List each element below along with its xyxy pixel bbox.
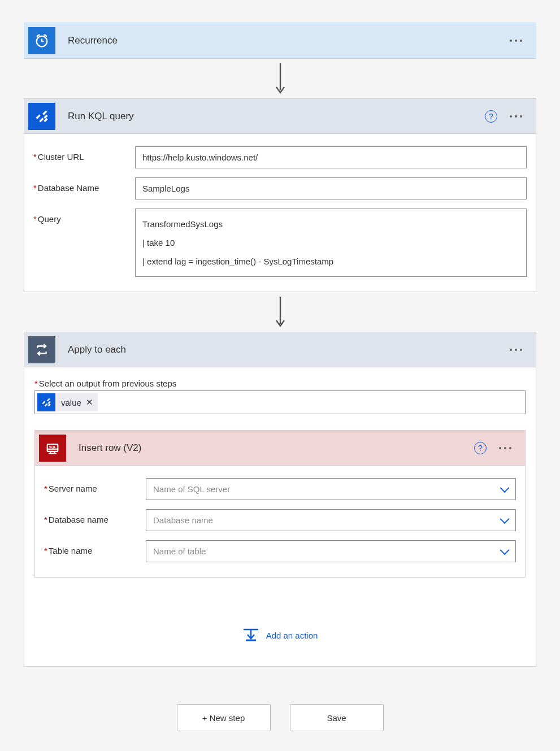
token-remove-icon[interactable]: ✕ bbox=[86, 397, 93, 407]
sql-database-select[interactable]: Database name bbox=[146, 509, 516, 531]
loop-icon bbox=[28, 336, 55, 363]
sql-body: *Server name Name of SQL server *Databas… bbox=[35, 466, 525, 577]
add-action-label: Add an action bbox=[266, 631, 318, 640]
recurrence-title: Recurrence bbox=[55, 35, 509, 46]
cluster-url-label: *Cluster URL bbox=[33, 146, 135, 162]
sql-icon: SQL bbox=[39, 435, 66, 462]
clock-icon bbox=[28, 27, 55, 54]
kql-database-input[interactable] bbox=[135, 177, 527, 199]
apply-header[interactable]: Apply to each bbox=[24, 332, 536, 367]
svg-text:SQL: SQL bbox=[49, 445, 57, 449]
more-icon[interactable] bbox=[509, 345, 523, 354]
table-name-label: *Table name bbox=[44, 540, 146, 555]
arrow-connector bbox=[24, 59, 536, 98]
kusto-icon bbox=[37, 393, 55, 411]
arrow-connector bbox=[24, 292, 536, 332]
table-name-select[interactable]: Name of table bbox=[146, 540, 516, 562]
more-icon[interactable] bbox=[498, 444, 513, 453]
sql-title: Insert row (V2) bbox=[66, 442, 474, 454]
help-icon[interactable]: ? bbox=[485, 110, 497, 123]
help-icon[interactable]: ? bbox=[474, 442, 487, 454]
kql-body: *Cluster URL *Database Name *Query Trans… bbox=[24, 134, 536, 292]
sql-database-label: *Database name bbox=[44, 509, 146, 524]
apply-body: *Select an output from previous steps va… bbox=[24, 367, 536, 666]
sql-header[interactable]: SQL Insert row (V2) ? bbox=[35, 431, 525, 466]
add-action-icon bbox=[242, 627, 259, 644]
recurrence-card: Recurrence bbox=[24, 23, 536, 59]
apply-title: Apply to each bbox=[55, 344, 509, 355]
kql-query-label: *Query bbox=[33, 209, 135, 224]
kql-query-input[interactable]: TransformedSysLogs | take 10 | extend la… bbox=[135, 209, 527, 277]
kql-database-label: *Database Name bbox=[33, 177, 135, 193]
kql-title: Run KQL query bbox=[55, 111, 485, 122]
kusto-icon bbox=[28, 103, 55, 130]
add-action-button[interactable]: Add an action bbox=[34, 578, 526, 655]
kql-header[interactable]: Run KQL query ? bbox=[24, 99, 536, 134]
cluster-url-input[interactable] bbox=[135, 146, 527, 168]
svg-rect-6 bbox=[47, 403, 50, 406]
save-button[interactable]: Save bbox=[290, 704, 384, 731]
server-name-select[interactable]: Name of SQL server bbox=[146, 478, 516, 500]
more-icon[interactable] bbox=[509, 112, 523, 121]
new-step-button[interactable]: + New step bbox=[177, 704, 271, 731]
recurrence-header[interactable]: Recurrence bbox=[24, 23, 536, 58]
insert-row-card: SQL Insert row (V2) ? *Server name bbox=[34, 430, 526, 578]
value-token: value ✕ bbox=[37, 393, 98, 411]
output-token-input[interactable]: value ✕ bbox=[34, 390, 526, 414]
kql-card: Run KQL query ? *Cluster URL *Database N… bbox=[24, 98, 536, 292]
more-icon[interactable] bbox=[509, 36, 523, 45]
footer-buttons: + New step Save bbox=[24, 667, 536, 731]
server-name-label: *Server name bbox=[44, 478, 146, 493]
token-label: value bbox=[61, 398, 81, 407]
select-output-label: *Select an output from previous steps bbox=[34, 379, 526, 388]
svg-rect-3 bbox=[44, 118, 47, 121]
svg-rect-2 bbox=[44, 114, 47, 118]
apply-to-each-card: Apply to each *Select an output from pre… bbox=[24, 332, 536, 667]
svg-rect-5 bbox=[47, 401, 50, 404]
